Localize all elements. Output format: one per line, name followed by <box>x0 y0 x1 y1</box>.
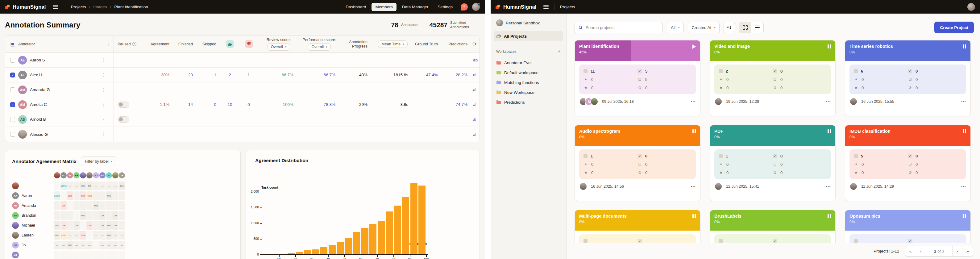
row-checkbox[interactable]: ✓ <box>10 102 15 107</box>
search-icon <box>579 25 583 30</box>
performance-score-select[interactable]: Overall ▾ <box>308 43 331 51</box>
pause-icon[interactable] <box>692 214 696 218</box>
sidebar-workspace-item[interactable]: Annotator Eval <box>494 58 563 67</box>
list-view-button[interactable] <box>751 22 764 33</box>
row-menu-kebab-icon[interactable]: ⋮ <box>101 58 105 63</box>
create-project-button[interactable]: Create Project <box>934 22 974 34</box>
prev-page-button[interactable]: ‹ <box>916 246 926 256</box>
matrix-cell: 0% <box>86 182 92 190</box>
link-value[interactable]: al <box>473 72 480 77</box>
nav-dashboard[interactable]: Dashboard <box>342 3 370 11</box>
pause-icon[interactable] <box>963 130 966 133</box>
link-value[interactable]: ab <box>473 58 480 62</box>
mean-time-select[interactable]: Mean Time ▾ <box>378 40 407 48</box>
info-icon[interactable]: ? <box>132 42 136 46</box>
paused-toggle[interactable] <box>118 117 129 123</box>
row-menu-kebab-icon[interactable]: ⋮ <box>101 131 105 137</box>
link-value[interactable]: al <box>473 132 480 137</box>
sidebar-item-all-projects[interactable]: All Projects <box>494 31 563 42</box>
annotator-name: Alessio G <box>30 132 48 137</box>
annotations-count: ⊡0 <box>638 161 692 168</box>
row-checkbox[interactable] <box>10 117 15 122</box>
project-card[interactable]: Audio spectrogram0%1✦0★0✓0⊡0⊘016 Jun 202… <box>574 125 700 201</box>
user-avatar[interactable] <box>472 3 480 11</box>
paused-toggle[interactable] <box>118 102 129 108</box>
annotator-name: Arnold B <box>30 117 46 122</box>
pause-icon[interactable] <box>692 130 696 133</box>
project-menu-dots-icon[interactable]: ••• <box>961 185 966 188</box>
row-menu-kebab-icon[interactable]: ⋮ <box>101 72 105 78</box>
sidebar-workspace-item[interactable]: Default workspace <box>494 67 563 77</box>
project-card-footer: 16 Jun 2025, 15:55••• <box>850 98 966 106</box>
filter-all-select[interactable]: All ▾ <box>667 22 684 34</box>
project-card[interactable]: Plant identification45%11✦0★0✓5⊡5⊘0A09 J… <box>574 40 700 116</box>
project-menu-dots-icon[interactable]: ••• <box>961 100 966 104</box>
pause-icon[interactable] <box>963 45 966 48</box>
user-avatar: BR <box>73 172 80 178</box>
row-checkbox[interactable]: ✓ <box>10 72 15 77</box>
nav-settings[interactable]: Settings <box>434 3 457 11</box>
project-title: PDF <box>714 129 831 134</box>
pause-icon[interactable] <box>827 45 831 48</box>
matrix-cell: 0% <box>80 182 86 190</box>
grid-view-button[interactable] <box>739 22 751 33</box>
review-score-select[interactable]: Overall ▾ <box>267 43 290 51</box>
project-menu-dots-icon[interactable]: ••• <box>691 100 696 104</box>
row-menu-kebab-icon[interactable]: ⋮ <box>101 87 105 93</box>
sidebar-workspace-item[interactable]: New Workspace <box>494 87 563 97</box>
sort-order-button[interactable] <box>724 22 735 34</box>
pause-icon[interactable] <box>963 214 966 218</box>
row-checkbox[interactable] <box>10 132 15 137</box>
skipped-icon: ⊘ <box>908 170 912 175</box>
bottom-panels: Annotator Agreement Matrix Filter by lab… <box>5 150 480 259</box>
row-menu-kebab-icon[interactable]: ⋮ <box>101 117 105 122</box>
project-card[interactable]: Video and image0%2✦0★0✓0⊡0⊘019 Jun 2025,… <box>710 40 835 116</box>
project-menu-dots-icon[interactable]: ••• <box>826 100 831 104</box>
project-progress: 0% <box>714 50 831 54</box>
row-checkbox[interactable] <box>10 87 15 92</box>
filter-by-label-select[interactable]: Filter by label ▾ <box>81 157 116 166</box>
star-icon: ★ <box>719 86 723 90</box>
add-workspace-button[interactable]: + <box>557 48 561 54</box>
matrix-cell: 100% <box>60 182 67 190</box>
pause-icon[interactable] <box>827 130 831 133</box>
row-checkbox[interactable] <box>10 58 15 63</box>
personal-sandbox-label: Personal Sandbox <box>506 21 540 25</box>
check-icon: ✓ <box>773 69 777 74</box>
project-menu-dots-icon[interactable]: ••• <box>826 185 831 188</box>
last-page-button[interactable]: » <box>962 246 973 256</box>
mean_time-value: 1815.8s <box>372 72 413 77</box>
project-card[interactable]: Time series robotics0%6✦0★0✓0⊡0⊘016 Jun … <box>845 40 971 116</box>
sort-by-select[interactable]: Created At ▾ <box>688 22 719 34</box>
project-menu-dots-icon[interactable]: ••• <box>691 185 696 188</box>
project-card[interactable]: IMDB classification0%5✦0★0✓0⊡0⊘011 Jun 2… <box>845 125 971 201</box>
first-page-button[interactable]: « <box>905 246 915 256</box>
link-value[interactable]: al <box>473 102 480 107</box>
check-icon: ✓ <box>908 154 912 158</box>
check-icon: ✓ <box>638 69 642 74</box>
sort-desc-icon[interactable]: ↓ <box>107 42 110 46</box>
breadcrumb-images[interactable]: Images <box>93 5 107 9</box>
project-card[interactable]: PDF0%1✦0★0✓0⊡0⊘012 Jun 2025, 15:41••• <box>710 125 835 201</box>
help-button[interactable]: ? <box>461 3 468 11</box>
paused-cell <box>114 97 140 112</box>
link-value[interactable]: al <box>473 117 480 122</box>
link-value[interactable]: al <box>473 87 480 92</box>
sidebar-workspace-item[interactable]: Matching functions <box>494 77 563 87</box>
nav-members[interactable]: Members <box>372 3 396 11</box>
next-page-button[interactable]: › <box>952 246 962 256</box>
nav-data-manager[interactable]: Data Manager <box>398 3 432 11</box>
search-input[interactable] <box>585 25 659 30</box>
play-icon[interactable] <box>692 45 696 49</box>
tasks-icon <box>719 69 723 73</box>
sidebar-item-personal-sandbox[interactable]: Personal Sandbox <box>494 18 563 28</box>
pause-icon[interactable] <box>827 214 831 218</box>
select-all-checkbox[interactable] <box>10 42 15 46</box>
chart-x-axis <box>260 254 428 255</box>
hamburger-menu-icon[interactable] <box>53 4 58 10</box>
user-avatar[interactable] <box>967 3 975 11</box>
breadcrumb-projects[interactable]: Projects <box>71 5 86 9</box>
row-menu-kebab-icon[interactable]: ⋮ <box>101 102 105 107</box>
sidebar-workspace-item[interactable]: Predictions <box>494 97 563 107</box>
hamburger-menu-icon[interactable] <box>543 4 549 10</box>
